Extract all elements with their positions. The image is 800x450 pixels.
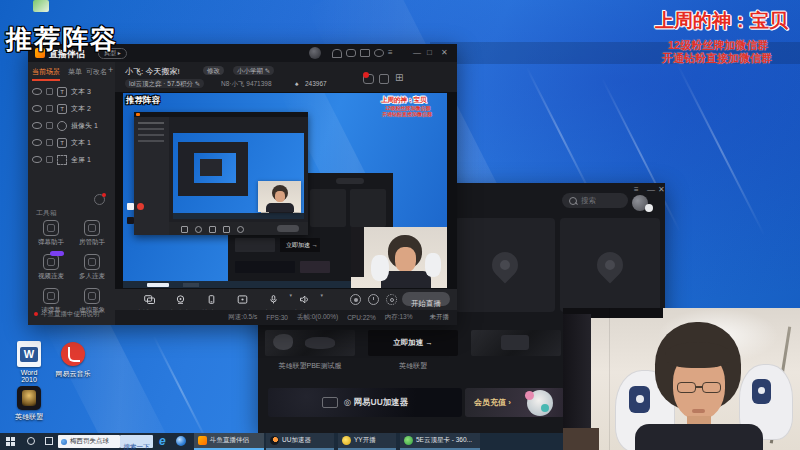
layout-grid-icon[interactable]: ⊞: [395, 74, 403, 82]
eye-icon[interactable]: [32, 88, 42, 95]
room-user-id: N8·小飞 9471398: [221, 80, 272, 89]
start-button[interactable]: [6, 437, 15, 446]
tool-mod-assistant[interactable]: 房管助手: [74, 220, 110, 247]
game-label: 英雄联盟PBE测试服: [265, 361, 355, 371]
search-hot-text: 梅西罚失点球: [70, 437, 109, 446]
desktop-icon-partial[interactable]: [33, 0, 49, 12]
nested-desktop-icon: [127, 217, 134, 224]
start-live-button[interactable]: 开始直播: [402, 292, 450, 306]
menu-icon[interactable]: ≡: [388, 49, 393, 57]
search-go-button[interactable]: 搜索一下: [120, 435, 153, 448]
source-row[interactable]: 全屏 1: [32, 152, 112, 167]
gift-box-icon[interactable]: [363, 74, 374, 84]
panel-toggle-button[interactable]: [94, 194, 105, 205]
uu-app-icon: [270, 436, 279, 445]
source-row[interactable]: T 文本 3: [32, 84, 112, 99]
search-placeholder: 搜索: [581, 196, 596, 206]
room-name-pill[interactable]: 小小学期 ✎: [233, 66, 274, 75]
scene-tab-rename[interactable]: 可改名: [86, 67, 107, 77]
lock-icon[interactable]: [46, 156, 53, 163]
desktop-icon-word[interactable]: W Word 2010: [12, 341, 46, 383]
game-label: 英雄联盟: [368, 361, 458, 371]
uu-search-box[interactable]: 搜索: [562, 193, 628, 208]
desktop-icon-game[interactable]: 英雄联盟: [12, 386, 46, 422]
scene-tab-menu[interactable]: 菜单: [68, 67, 82, 77]
source-label: 文本 2: [71, 104, 91, 114]
game-card[interactable]: [471, 330, 561, 356]
room-info-bar: 小飞: 今天搬家! 修改 小小学期 ✎ lol云顶之弈 · 57.5积分 ✎ N…: [115, 62, 457, 92]
app-close-button[interactable]: ✕: [441, 49, 448, 57]
lock-icon[interactable]: [46, 139, 53, 146]
toolbox-label: 工具箱: [36, 208, 57, 218]
nested-desktop-icon: [127, 203, 134, 210]
text-source-icon: T: [57, 104, 67, 114]
monitor-icon[interactable]: [360, 49, 370, 57]
taskbar-app-yy[interactable]: YY开播: [338, 433, 396, 450]
desktop-icon-label: 英雄联盟: [12, 412, 46, 422]
room-category-tag[interactable]: lol云顶之弈 · 57.5积分 ✎: [125, 79, 204, 88]
start-live-label: 开始直播: [411, 299, 441, 308]
timer-button[interactable]: [368, 294, 379, 305]
preview-canvas[interactable]: 推荐阵容 上周的神：宝贝 12级粉丝牌加微信群 开通钻粉直接加微信群 立即加速 …: [115, 92, 457, 289]
vip-recharge-banner[interactable]: 会员充值 ›: [465, 388, 565, 417]
status-memory: 内存:13%: [385, 313, 413, 322]
scene-tab-current[interactable]: 当前场景: [32, 67, 60, 81]
room-title: 小飞: 今天搬家!: [125, 66, 180, 77]
desktop-icon-music[interactable]: 网易云音乐: [55, 341, 91, 379]
speaker-caret-icon[interactable]: ▾: [320, 292, 323, 298]
bell-icon[interactable]: [374, 49, 384, 57]
uu-close-button[interactable]: ✕: [658, 186, 665, 194]
eye-icon[interactable]: [32, 139, 42, 146]
speaker-icon: [299, 295, 310, 304]
game-card-pbe[interactable]: [265, 330, 355, 356]
lock-icon[interactable]: [46, 105, 53, 112]
uu-card-placeholder[interactable]: [560, 218, 660, 312]
status-dropframes: 丢帧:0(0.00%): [297, 313, 338, 322]
lock-icon[interactable]: [46, 122, 53, 129]
uu-card-placeholder[interactable]: [455, 218, 555, 312]
sidebar-notice[interactable]: 斗鱼直播中使用说明: [34, 310, 112, 318]
lock-icon[interactable]: [379, 74, 389, 84]
app-maximize-button[interactable]: □: [427, 49, 432, 57]
eye-icon[interactable]: [32, 105, 42, 112]
app-minimize-button[interactable]: —: [413, 49, 421, 57]
eye-icon[interactable]: [32, 156, 42, 163]
source-label: 文本 3: [71, 87, 91, 97]
search-go-label: 搜索一下: [124, 443, 150, 450]
headset-icon[interactable]: [332, 49, 342, 58]
taskbar-app-uu[interactable]: UU加速器: [266, 433, 334, 450]
mail-icon[interactable]: [346, 49, 356, 57]
record-button[interactable]: [350, 294, 361, 305]
tool-video-link[interactable]: 视频连麦: [33, 254, 69, 281]
source-row[interactable]: 摄像头 1: [32, 118, 112, 133]
cortana-button[interactable]: [27, 437, 35, 445]
uu-avatar-badge-icon[interactable]: [645, 204, 653, 212]
taskbar-search-input[interactable]: 梅西罚失点球: [58, 435, 120, 448]
uu-brand-banner[interactable]: ◎ 网易UU加速器: [268, 388, 462, 417]
browser-circle-icon[interactable]: [176, 436, 186, 446]
ie-browser-icon[interactable]: e: [159, 434, 166, 448]
taskbar-app-douyu[interactable]: 斗鱼直播伴侣: [194, 433, 264, 450]
uu-minimize-button[interactable]: —: [647, 186, 655, 194]
person-mouth: [692, 409, 705, 413]
read-danmu-icon: [43, 288, 59, 304]
multi-link-icon: [84, 254, 100, 270]
game-card-lol[interactable]: 立即加速 →: [368, 330, 458, 356]
camera-icon: [175, 295, 186, 304]
eye-icon[interactable]: [32, 122, 42, 129]
source-row[interactable]: T 文本 1: [32, 135, 112, 150]
tool-danmu-assistant[interactable]: 弹幕助手: [33, 220, 69, 247]
lock-icon[interactable]: [46, 88, 53, 95]
settings-gear-button[interactable]: [386, 294, 397, 305]
accelerate-now-button[interactable]: 立即加速 →: [393, 338, 433, 348]
source-row[interactable]: T 文本 2: [32, 101, 112, 116]
taskbar-app-5e[interactable]: 5E云顶星卡 - 360...: [400, 433, 480, 450]
user-avatar[interactable]: [309, 47, 321, 59]
tv-icon: [322, 397, 338, 408]
add-scene-button[interactable]: +: [108, 65, 113, 75]
uu-settings-button[interactable]: ≡: [634, 186, 639, 194]
tool-multi-link[interactable]: 多人连麦: [74, 254, 110, 281]
nested-accelerate-label: 立即加速 →: [286, 241, 318, 250]
edit-room-title-button[interactable]: 修改: [203, 66, 224, 75]
taskview-button[interactable]: [45, 437, 53, 445]
